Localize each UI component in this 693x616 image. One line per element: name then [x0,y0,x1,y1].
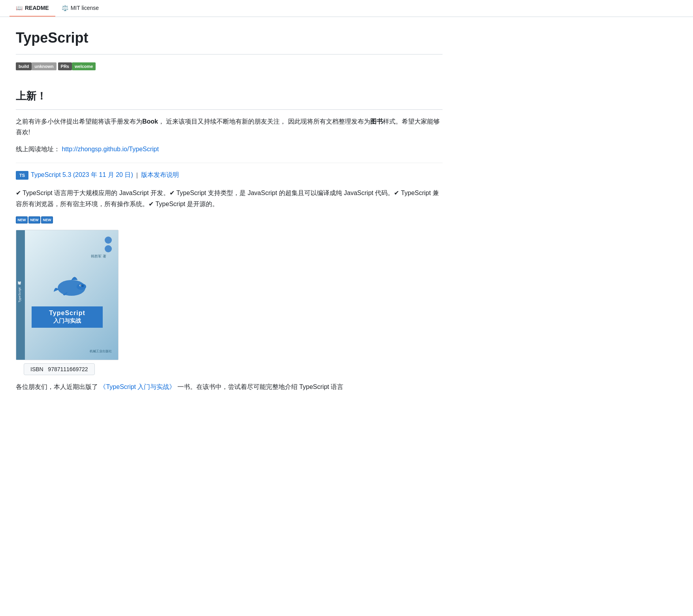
readme-icon: 📖 [16,5,23,11]
book-publisher: 机械工业出版社 [90,349,112,353]
isbn-badge: ISBN 9787111669722 [24,363,95,375]
book-icon-1 [105,237,112,244]
build-label-badge: build [16,62,32,70]
title-divider [16,54,443,54]
book-author: 韩胜军 著 [91,254,106,259]
main-content: TypeScript build unknown PRs welcome 上新！… [0,17,458,405]
section-xinxin-heading: 上新！ [16,83,443,103]
book-icon-2 [105,245,112,252]
book-section: TypeScript入门与实战 韩胜军 著 [16,230,443,381]
book-title-en: TypeScript [40,310,95,317]
book-icons [105,237,112,252]
section-body-1: 之前有许多小伙伴提出希望能将该手册发布为Book， 近来该项目又持续不断地有新的… [16,116,443,137]
badges-row: build unknown PRs welcome [16,62,443,70]
new-badge-1: NEW [16,216,28,223]
version-link[interactable]: TypeScript 5.3 (2023 年 11 月 20 日) [31,171,133,179]
bottom-text-suffix: 一书。在该书中，尝试着尽可能完整地介绍 TypeScript 语言 [177,383,343,390]
build-value-badge: unknown [32,62,56,70]
prs-badge-group: PRs welcome [58,62,96,70]
features-text: ✔ TypeScript 语言用于大规模应用的 JavaScript 开发。✔ … [16,188,443,210]
page-title: TypeScript [16,30,443,46]
isbn-label: ISBN [30,366,43,372]
online-link[interactable]: http://zhongsp.github.io/TypeScript [62,146,158,152]
tab-mit-label: MIT license [71,5,99,11]
new-badges-row: NEW NEW NEW [16,216,443,223]
book-image-wrapper: TypeScript入门与实战 韩胜军 著 [16,230,443,360]
book-link[interactable]: 《TypeScript 入门与实战》 [100,383,175,390]
tab-bar: 📖 README ⚖️ MIT license [0,0,693,17]
bottom-text: 各位朋友们，本人近期出版了 《TypeScript 入门与实战》 一书。在该书中… [16,381,443,392]
dolphin-wrapper [52,270,91,303]
release-notes-link[interactable]: 版本发布说明 [141,171,179,179]
online-link-line: 线上阅读地址： http://zhongsp.github.io/TypeScr… [16,144,443,154]
book-cover: TypeScript入门与实战 韩胜军 著 [16,230,119,360]
svg-point-4 [80,285,81,286]
spine-text: TypeScript入门与实战 [18,287,22,302]
book-spine: TypeScript入门与实战 [16,230,25,360]
isbn-value: 9787111669722 [48,366,88,372]
divider-light-1 [16,163,443,163]
new-badge-2: NEW [28,216,40,223]
bottom-text-prefix: 各位朋友们，本人近期出版了 [16,383,98,390]
license-icon: ⚖️ [62,5,68,11]
new-badge-3: NEW [41,216,53,223]
version-separator: | [136,172,138,179]
tab-readme[interactable]: 📖 README [9,0,55,17]
book-title-block: TypeScript 入门与实战 [32,306,103,328]
book-title-zh: 入门与实战 [40,317,95,325]
tab-mit-license[interactable]: ⚖️ MIT license [55,0,105,17]
ts-badge: TS [16,171,28,180]
isbn-wrapper: ISBN 9787111669722 [16,363,443,381]
tab-readme-label: README [25,5,49,11]
version-line: TS TypeScript 5.3 (2023 年 11 月 20 日) | 版… [16,171,443,180]
build-badge-group: build unknown [16,62,56,70]
svg-point-1 [77,284,86,290]
dolphin-svg [52,270,91,302]
svg-point-2 [81,285,84,287]
prs-label-badge: PRs [58,62,72,70]
section-divider-1 [16,109,443,110]
online-label: 线上阅读地址： [16,146,60,152]
prs-value-badge: welcome [72,62,96,70]
